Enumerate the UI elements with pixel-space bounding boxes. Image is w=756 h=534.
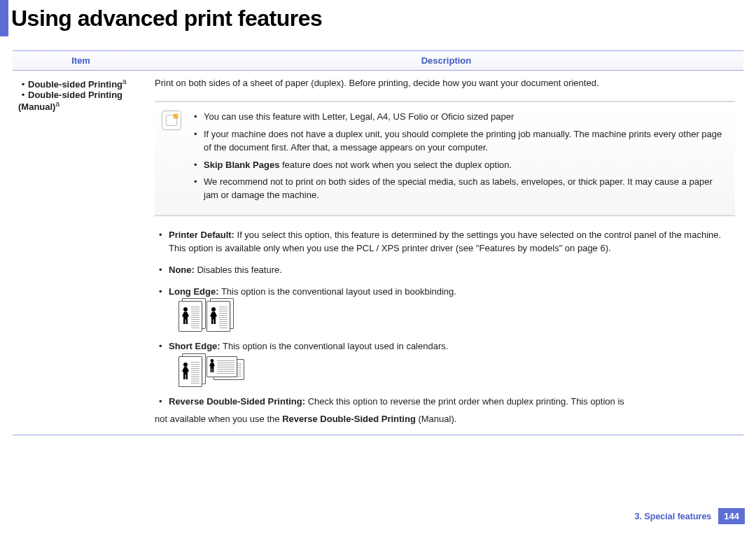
diagram-stack (178, 301, 202, 332)
footer-chapter: 3. Special features (635, 512, 712, 521)
note-icon (162, 111, 181, 130)
table-header-row: Item Description (13, 51, 743, 71)
th-item: Item (13, 51, 149, 71)
long-edge-diagram (178, 301, 735, 332)
item-label-2: Double-sided Printing (Manual) (18, 90, 122, 112)
option-reverse-duplex: Reverse Double-Sided Printing: Check thi… (155, 395, 735, 409)
description-cell: Print on both sides of a sheet of paper … (149, 71, 743, 435)
diagram-stack (178, 356, 202, 387)
page-footer: 3. Special features 144 (635, 508, 745, 524)
item-sup-2: a (55, 100, 59, 108)
options-list: Printer Default: If you select this opti… (155, 229, 735, 409)
option-none: None: Disables this feature. (155, 264, 735, 277)
note-item: We recommend not to print on both sides … (191, 176, 728, 202)
note-bold: Skip Blank Pages (204, 160, 279, 170)
item-sup-1: a (122, 78, 127, 85)
content-area: Item Description •Double-sided Printinga… (0, 50, 756, 435)
note-item: You can use this feature with Letter, Le… (191, 111, 728, 124)
item-cell: •Double-sided Printinga •Double-sided Pr… (13, 71, 149, 435)
option-long-edge: Long Edge: This option is the convention… (155, 286, 735, 332)
table-row: •Double-sided Printinga •Double-sided Pr… (13, 71, 743, 435)
item-label-1: Double-sided Printing (28, 79, 122, 90)
th-description: Description (149, 51, 743, 71)
item-line-2: •Double-sided Printing (Manual)a (18, 90, 144, 112)
features-table: Item Description •Double-sided Printinga… (13, 50, 743, 435)
page-title: Using advanced print features (11, 6, 322, 31)
diagram-stack (206, 356, 248, 380)
option-short-edge: Short Edge: This option is the conventio… (155, 340, 735, 387)
note-list: You can use this feature with Letter, Le… (191, 111, 728, 206)
lead-text: Print on both sides of a sheet of paper … (155, 78, 738, 88)
footer-page-number: 144 (718, 508, 745, 524)
note-item: If your machine does not have a duplex u… (191, 128, 728, 155)
note-box: You can use this feature with Letter, Le… (155, 101, 735, 216)
option-printer-default: Printer Default: If you select this opti… (155, 229, 735, 255)
page-header: Using advanced print features (0, 0, 756, 36)
short-edge-diagram (178, 356, 735, 387)
item-line-1: •Double-sided Printinga (18, 78, 144, 90)
trailing-note: not available when you use the Reverse D… (155, 413, 738, 426)
diagram-stack (206, 301, 230, 332)
header-accent (0, 0, 8, 36)
note-item: Skip Blank Pages feature does not work w… (191, 159, 728, 172)
note-rest: feature does not work when you select th… (279, 160, 512, 170)
